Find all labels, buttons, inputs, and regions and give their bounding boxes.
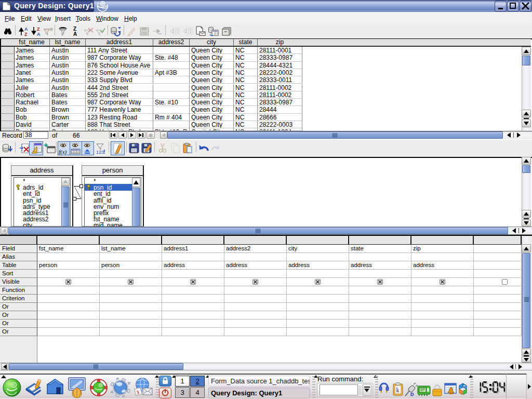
svg-text:123: 123 bbox=[96, 150, 104, 155]
svg-text:A: A bbox=[24, 26, 28, 32]
svg-text:k: k bbox=[396, 387, 400, 394]
svg-text:Z: Z bbox=[24, 32, 28, 36]
svg-text:f(x): f(x) bbox=[59, 149, 67, 155]
svg-text:A: A bbox=[73, 31, 77, 36]
svg-text:!: ! bbox=[103, 149, 105, 155]
svg-text:Z: Z bbox=[37, 26, 40, 32]
svg-text:A: A bbox=[37, 32, 41, 36]
svg-text:D: D bbox=[410, 392, 414, 397]
